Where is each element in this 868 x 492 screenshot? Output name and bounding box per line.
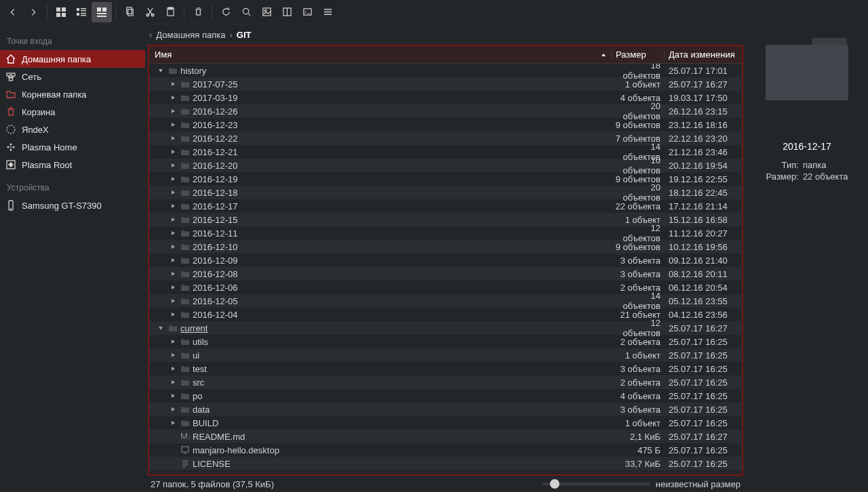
search-button[interactable] [236,2,256,22]
expander-icon[interactable] [168,365,178,372]
expander-icon[interactable] [156,325,165,331]
col-name[interactable]: Имя [149,49,612,60]
file-size: 12 объектов [612,223,665,243]
file-name: README.md [193,432,245,442]
crumb-current[interactable]: GIT [237,30,252,40]
file-row[interactable]: 2016-12-2010 объектов20.12.16 19:54 [149,159,742,172]
file-row[interactable]: 2016-12-093 объекта09.12.16 21:40 [149,253,742,267]
svg-rect-6 [81,10,86,12]
file-date: 09.12.16 21:40 [665,255,742,266]
breadcrumb: › Домашняя папка › GIT [145,24,746,45]
file-row[interactable]: utils2 объекта25.07.17 16:25 [149,335,742,348]
menu-button[interactable] [317,2,338,22]
trash-button[interactable] [188,2,208,22]
col-size[interactable]: Размер [612,49,665,60]
expander-icon[interactable] [168,419,178,426]
expander-icon[interactable] [168,203,178,209]
expander-icon[interactable] [168,257,178,264]
forward-button[interactable] [23,2,43,22]
file-date: 10.12.16 19:56 [665,242,742,252]
sidebar-item[interactable]: Корзина [0,103,145,121]
sidebar-item[interactable]: ЯndeX [0,121,145,138]
expander-icon[interactable] [168,379,178,386]
file-row[interactable]: data3 объекта25.07.17 16:25 [149,403,742,416]
file-row[interactable]: test3 объекта25.07.17 16:25 [149,362,742,375]
expander-icon[interactable] [168,162,178,169]
file-row[interactable]: history18 объектов25.07.17 17:01 [149,64,742,77]
cut-button[interactable] [140,2,160,22]
file-date: 25.07.17 16:27 [665,323,742,333]
expander-icon[interactable] [168,406,178,413]
file-row[interactable]: ui1 объект25.07.17 16:25 [149,348,742,362]
sidebar-item[interactable]: Домашняя папка [0,50,145,68]
file-size: 1 объект [612,418,665,428]
file-name: ui [193,350,199,361]
network-icon [5,71,16,82]
sidebar-item[interactable]: Корневая папка [0,85,145,103]
file-row[interactable]: src2 объекта25.07.17 16:25 [149,375,742,389]
file-row[interactable]: manjaro-hello.desktop475 Б25.07.17 16:25 [149,443,742,457]
view-icons-button[interactable] [51,2,71,22]
back-button[interactable] [3,2,23,22]
col-date[interactable]: Дата изменения [665,49,742,60]
phone-icon [5,200,16,211]
file-row[interactable]: 2016-12-2620 объектов26.12.16 23:15 [149,104,742,118]
terminal-button[interactable] [297,2,317,22]
copy-button[interactable] [119,2,140,22]
view-compact-button[interactable] [71,2,92,22]
file-row[interactable]: 2017-07-251 объект25.07.17 16:27 [149,77,742,91]
sidebar-item[interactable]: Plasma Root [0,156,145,173]
file-row[interactable]: po4 объекта25.07.17 16:25 [149,389,742,403]
sidebar-item[interactable]: Samsung GT-S7390 [0,197,145,214]
file-row[interactable]: LICENSE33,7 КиБ25.07.17 16:25 [149,457,742,470]
file-name: 2016-12-06 [193,283,238,293]
expander-icon[interactable] [168,176,178,182]
expander-icon[interactable] [168,94,178,101]
expander-icon[interactable] [168,311,178,318]
zoom-slider[interactable] [542,483,650,485]
expander-icon[interactable] [168,121,178,128]
expander-icon[interactable] [168,392,178,399]
split-button[interactable] [277,2,297,22]
expander-icon[interactable] [168,148,178,155]
file-row[interactable]: BUILD1 объект25.07.17 16:25 [149,416,742,430]
expander-icon[interactable] [168,298,178,304]
file-row[interactable]: 2016-12-1722 объекта17.12.16 21:14 [149,199,742,213]
expander-icon[interactable] [168,243,178,250]
file-row[interactable]: 2016-12-1112 объектов11.12.16 20:27 [149,226,742,240]
svg-rect-34 [7,161,15,169]
svg-rect-27 [9,78,13,81]
file-row[interactable]: 2016-12-109 объектов10.12.16 19:56 [149,240,742,253]
expander-icon[interactable] [168,230,178,237]
expander-icon[interactable] [168,135,178,142]
file-row[interactable]: 2016-12-083 объекта08.12.16 20:11 [149,267,742,281]
expander-icon[interactable] [168,284,178,291]
expander-icon[interactable] [168,270,178,277]
folder-icon [180,80,190,88]
file-name: BUILD [193,418,218,428]
expander-icon[interactable] [168,81,178,87]
file-row[interactable]: current12 объектов25.07.17 16:27 [149,321,742,335]
sidebar-item[interactable]: Plasma Home [0,138,145,156]
expander-icon[interactable] [168,108,178,115]
file-row[interactable]: 2016-12-1820 объектов18.12.16 22:45 [149,186,742,199]
file-date: 18.12.16 22:45 [665,188,742,198]
file-name: 2016-12-26 [193,106,238,117]
expander-icon[interactable] [168,189,178,196]
paste-button[interactable] [160,2,180,22]
expander-icon[interactable] [168,352,178,358]
view-details-button[interactable] [92,2,112,22]
file-row[interactable]: 2016-12-0514 объектов05.12.16 23:55 [149,294,742,308]
crumb-home[interactable]: Домашняя папка [156,30,225,40]
expander-icon[interactable] [168,216,178,223]
sidebar-item[interactable]: Сеть [0,68,145,85]
file-list[interactable]: history18 объектов25.07.17 17:012017-07-… [149,64,742,474]
expander-icon[interactable] [168,338,178,345]
expander-icon[interactable] [156,67,165,74]
file-name: 2016-12-19 [193,174,238,184]
preview-button[interactable] [256,2,277,22]
file-row[interactable]: M↓README.md2,1 КиБ25.07.17 16:27 [149,430,742,443]
refresh-button[interactable] [216,2,236,22]
folder-icon [180,351,190,359]
file-row[interactable]: 2016-12-239 объектов23.12.16 18:16 [149,118,742,131]
